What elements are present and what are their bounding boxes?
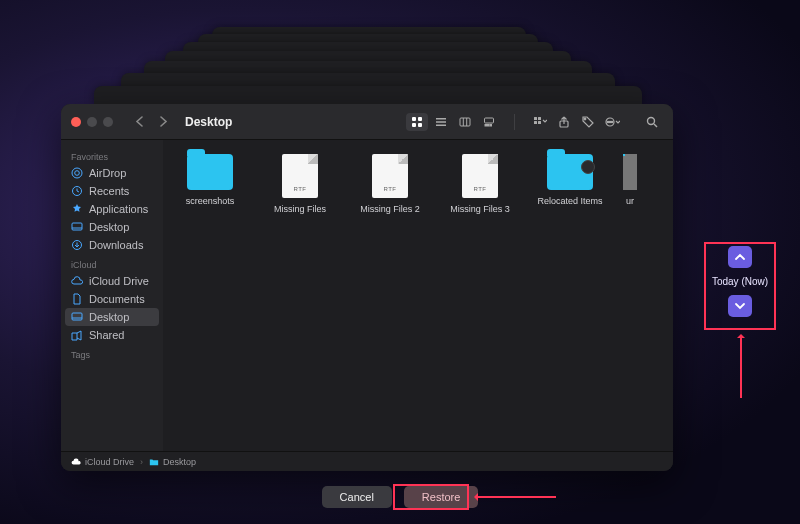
svg-rect-10	[485, 118, 494, 123]
file-item[interactable]: Relocated Items	[533, 154, 607, 207]
sidebar-item-label: Applications	[89, 203, 148, 215]
sidebar-item-label: Desktop	[89, 311, 129, 323]
file-name: Missing Files 3	[450, 204, 510, 215]
icloud-icon	[71, 457, 81, 467]
documents-icon	[71, 293, 83, 305]
action-menu-button[interactable]	[601, 113, 623, 131]
svg-point-19	[584, 118, 586, 120]
sidebar-item-label: Shared	[89, 329, 124, 341]
nav-arrows	[129, 112, 173, 132]
icon-view-button[interactable]	[406, 113, 428, 131]
svg-point-24	[648, 117, 655, 124]
shared-icon	[71, 329, 83, 341]
search-button[interactable]	[641, 113, 663, 131]
separator	[514, 114, 515, 130]
path-crumb[interactable]: iCloud Drive	[71, 457, 134, 467]
svg-rect-3	[418, 123, 422, 127]
minimize-window-button[interactable]	[87, 117, 97, 127]
file-name: Relocated Items	[537, 196, 602, 207]
sidebar-item-label: Documents	[89, 293, 145, 305]
rtf-document-icon: RTF	[282, 154, 318, 198]
traffic-lights	[71, 117, 113, 127]
svg-rect-12	[488, 124, 490, 126]
svg-rect-29	[72, 223, 82, 230]
toolbar: Desktop	[61, 104, 673, 140]
column-view-button[interactable]	[454, 113, 476, 131]
svg-rect-2	[412, 123, 416, 127]
file-name: ur	[626, 196, 634, 207]
back-button[interactable]	[129, 112, 149, 132]
sidebar-header-tags: Tags	[61, 344, 163, 362]
file-item[interactable]: RTF Missing Files 2	[353, 154, 427, 215]
sidebar-item-desktop[interactable]: Desktop	[61, 218, 163, 236]
svg-rect-14	[534, 117, 537, 120]
sidebar-item-label: Downloads	[89, 239, 143, 251]
ghost-window	[94, 86, 642, 106]
svg-rect-13	[490, 124, 492, 126]
svg-point-22	[607, 121, 608, 122]
list-view-button[interactable]	[430, 113, 452, 131]
annotation-arrow	[476, 496, 556, 498]
sidebar-header-icloud: iCloud	[61, 254, 163, 272]
svg-rect-15	[534, 121, 537, 124]
file-item-cut[interactable]: ur	[623, 154, 637, 207]
sidebar-item-downloads[interactable]: Downloads	[61, 236, 163, 254]
annotation-box	[704, 242, 776, 330]
svg-rect-16	[538, 117, 541, 120]
chevron-right-icon: ›	[140, 457, 143, 467]
sidebar: Favorites AirDrop Recents Applications D…	[61, 140, 163, 451]
icloud-icon	[71, 275, 83, 287]
sidebar-item-icloud-drive[interactable]: iCloud Drive	[61, 272, 163, 290]
svg-rect-11	[485, 124, 487, 126]
annotation-box	[393, 484, 469, 510]
sidebar-item-shared[interactable]: Shared	[61, 326, 163, 344]
file-item[interactable]: RTF Missing Files 3	[443, 154, 517, 215]
svg-rect-4	[436, 118, 446, 120]
rtf-document-icon: RTF	[372, 154, 408, 198]
file-item[interactable]: screenshots	[173, 154, 247, 207]
toolbar-actions	[529, 113, 623, 131]
svg-rect-5	[436, 121, 446, 123]
sidebar-item-label: AirDrop	[89, 167, 126, 179]
folder-icon	[187, 154, 233, 190]
tags-button[interactable]	[577, 113, 599, 131]
group-by-button[interactable]	[529, 113, 551, 131]
file-name: Missing Files 2	[360, 204, 420, 215]
svg-rect-6	[436, 124, 446, 126]
path-bar: iCloud Drive › Desktop	[61, 451, 673, 471]
svg-point-23	[611, 121, 612, 122]
file-grid: screenshots RTF Missing Files RTF Missin…	[163, 140, 673, 451]
folder-icon	[149, 457, 159, 467]
desktop-icon	[71, 311, 83, 323]
path-crumb-label: iCloud Drive	[85, 457, 134, 467]
svg-point-21	[609, 121, 610, 122]
sidebar-item-label: Recents	[89, 185, 129, 197]
svg-rect-7	[460, 118, 470, 126]
forward-button[interactable]	[153, 112, 173, 132]
applications-icon	[71, 203, 83, 215]
svg-rect-0	[412, 117, 416, 121]
annotation-arrow	[740, 336, 742, 398]
svg-point-27	[75, 171, 80, 176]
svg-line-25	[654, 124, 657, 127]
sidebar-item-applications[interactable]: Applications	[61, 200, 163, 218]
share-button[interactable]	[553, 113, 575, 131]
sidebar-item-desktop-icloud[interactable]: Desktop	[65, 308, 159, 326]
sidebar-item-label: Desktop	[89, 221, 129, 233]
file-item[interactable]: RTF Missing Files	[263, 154, 337, 215]
cancel-button[interactable]: Cancel	[322, 486, 392, 508]
svg-rect-32	[72, 313, 82, 320]
path-crumb[interactable]: Desktop	[149, 457, 196, 467]
svg-rect-17	[538, 121, 541, 124]
sidebar-item-recents[interactable]: Recents	[61, 182, 163, 200]
downloads-icon	[71, 239, 83, 251]
sidebar-item-documents[interactable]: Documents	[61, 290, 163, 308]
window-body: Favorites AirDrop Recents Applications D…	[61, 140, 673, 451]
gallery-view-button[interactable]	[478, 113, 500, 131]
folder-icon	[623, 154, 637, 190]
close-window-button[interactable]	[71, 117, 81, 127]
rtf-document-icon: RTF	[462, 154, 498, 198]
sidebar-item-airdrop[interactable]: AirDrop	[61, 164, 163, 182]
fullscreen-window-button[interactable]	[103, 117, 113, 127]
sidebar-header-favorites: Favorites	[61, 146, 163, 164]
